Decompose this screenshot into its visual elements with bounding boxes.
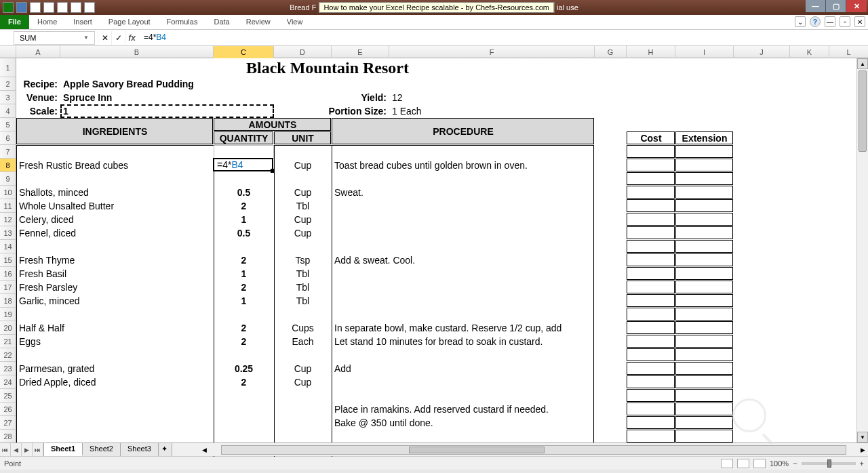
tab-insert[interactable]: Insert bbox=[65, 15, 100, 29]
ingredient-unit-8[interactable]: Cup bbox=[274, 159, 332, 172]
sheet-tab-3[interactable]: Sheet3 bbox=[121, 443, 159, 456]
ingredient-name-13[interactable]: Fennel, diced bbox=[16, 226, 214, 240]
horizontal-scrollbar[interactable]: ◀ ▶ bbox=[199, 443, 868, 456]
ingredient-unit-13[interactable]: Cup bbox=[274, 226, 332, 240]
fill-handle[interactable] bbox=[271, 169, 275, 173]
ingredient-qty-21[interactable]: 2 bbox=[214, 335, 274, 348]
ingredient-qty-12[interactable]: 1 bbox=[214, 213, 274, 226]
row-header-13[interactable]: 13 bbox=[0, 226, 16, 240]
minimize-ribbon-icon[interactable]: — bbox=[825, 16, 835, 27]
ingredient-name-18[interactable]: Garlic, minced bbox=[16, 294, 214, 308]
ingredient-qty-20[interactable]: 2 bbox=[214, 321, 274, 335]
tab-home[interactable]: Home bbox=[29, 15, 65, 29]
hscroll-right-button[interactable]: ▶ bbox=[857, 447, 868, 453]
row-header-24[interactable]: 24 bbox=[0, 375, 16, 389]
header-extension[interactable]: Extension bbox=[675, 131, 734, 145]
row-header-12[interactable]: 12 bbox=[0, 213, 16, 226]
ingredient-qty-15[interactable]: 2 bbox=[214, 253, 274, 267]
vertical-scrollbar[interactable]: ▲ ▼ bbox=[856, 58, 868, 443]
column-header-L[interactable]: L bbox=[829, 46, 868, 58]
column-header-I[interactable]: I bbox=[675, 46, 734, 58]
help-icon[interactable]: ? bbox=[810, 16, 821, 27]
zoom-level[interactable]: 100% bbox=[770, 459, 789, 468]
hscroll-track[interactable] bbox=[221, 445, 846, 455]
redo-icon[interactable] bbox=[43, 2, 54, 13]
file-tab[interactable]: File bbox=[0, 15, 29, 29]
name-box[interactable]: SUM ▼ bbox=[14, 31, 95, 45]
row-header-1[interactable]: 1 bbox=[0, 58, 16, 77]
row-header-18[interactable]: 18 bbox=[0, 294, 16, 308]
venue-label[interactable]: Venue: bbox=[16, 91, 60, 104]
zoom-out-button[interactable]: − bbox=[793, 459, 797, 468]
column-header-A[interactable]: A bbox=[16, 46, 60, 58]
header-amounts[interactable]: AMOUNTS bbox=[214, 118, 332, 131]
tab-formulas[interactable]: Formulas bbox=[159, 15, 206, 29]
ingredient-name-11[interactable]: Whole Unsalted Butter bbox=[16, 199, 214, 213]
column-header-B[interactable]: B bbox=[60, 46, 214, 58]
minimize-button[interactable]: — bbox=[806, 0, 826, 12]
header-unit[interactable]: UNIT bbox=[274, 131, 332, 145]
close-button[interactable]: ✕ bbox=[846, 0, 867, 12]
column-header-J[interactable]: J bbox=[734, 46, 790, 58]
tab-review[interactable]: Review bbox=[238, 15, 279, 29]
ingredient-qty-11[interactable]: 2 bbox=[214, 199, 274, 213]
ingredient-qty-23[interactable]: 0.25 bbox=[214, 362, 274, 375]
ingredient-name-23[interactable]: Parmesan, grated bbox=[16, 362, 214, 375]
select-all-corner[interactable] bbox=[0, 46, 16, 58]
cells-area[interactable]: Black Mountain ResortRecipe:Apple Savory… bbox=[16, 58, 856, 443]
normal-view-button[interactable] bbox=[721, 459, 733, 468]
fx-button[interactable]: fx bbox=[125, 31, 138, 45]
venue-value[interactable]: Spruce Inn bbox=[60, 91, 214, 104]
close-workbook-icon[interactable]: ✕ bbox=[854, 16, 865, 27]
procedure-23[interactable]: Add bbox=[332, 362, 595, 375]
sheet-nav-first[interactable]: ⏮ bbox=[0, 443, 11, 456]
hscroll-thumb[interactable] bbox=[409, 447, 545, 453]
scroll-down-button[interactable]: ▼ bbox=[857, 432, 868, 443]
undo-icon[interactable] bbox=[30, 2, 41, 13]
ingredient-qty-18[interactable]: 1 bbox=[214, 294, 274, 308]
tab-page-layout[interactable]: Page Layout bbox=[100, 15, 159, 29]
qat-icon-1[interactable] bbox=[57, 2, 68, 13]
procedure-26[interactable]: Place in ramakins. Add reserved custard … bbox=[332, 403, 595, 416]
row-header-9[interactable]: 9 bbox=[0, 172, 16, 186]
ingredient-unit-17[interactable]: Tbl bbox=[274, 281, 332, 294]
row-header-23[interactable]: 23 bbox=[0, 362, 16, 375]
row-header-17[interactable]: 17 bbox=[0, 281, 16, 294]
ingredient-unit-23[interactable]: Cup bbox=[274, 362, 332, 375]
portion-value[interactable]: 1 Each bbox=[389, 104, 595, 118]
sheet-nav-prev[interactable]: ◀ bbox=[11, 443, 22, 456]
sheet-nav-last[interactable]: ⏭ bbox=[33, 443, 43, 456]
ingredient-name-12[interactable]: Celery, diced bbox=[16, 213, 214, 226]
row-header-15[interactable]: 15 bbox=[0, 253, 16, 267]
ingredient-qty-10[interactable]: 0.5 bbox=[214, 186, 274, 199]
enter-formula-button[interactable]: ✓ bbox=[111, 31, 125, 45]
row-header-26[interactable]: 26 bbox=[0, 403, 16, 416]
ingredient-name-8[interactable]: Fresh Rustic Bread cubes bbox=[16, 159, 214, 172]
tab-view[interactable]: View bbox=[279, 15, 311, 29]
scale-value[interactable]: 1 bbox=[60, 104, 214, 118]
row-header-16[interactable]: 16 bbox=[0, 267, 16, 281]
column-header-C[interactable]: C bbox=[214, 46, 274, 58]
tab-data[interactable]: Data bbox=[205, 15, 237, 29]
ingredient-qty-24[interactable]: 2 bbox=[214, 375, 274, 389]
ingredient-name-10[interactable]: Shallots, minced bbox=[16, 186, 214, 199]
procedure-15[interactable]: Add & sweat. Cool. bbox=[332, 253, 595, 267]
vscroll-thumb[interactable] bbox=[859, 70, 867, 152]
header-cost[interactable]: Cost bbox=[627, 131, 675, 145]
active-cell-editor[interactable]: =4*B4 bbox=[213, 158, 273, 171]
column-header-K[interactable]: K bbox=[790, 46, 829, 58]
procedure-27[interactable]: Bake @ 350 until done. bbox=[332, 416, 595, 430]
recipe-label[interactable]: Recipe: bbox=[16, 77, 60, 91]
column-header-H[interactable]: H bbox=[627, 46, 675, 58]
ingredient-qty-16[interactable]: 1 bbox=[214, 267, 274, 281]
ingredient-unit-16[interactable]: Tbl bbox=[274, 267, 332, 281]
column-header-G[interactable]: G bbox=[595, 46, 627, 58]
row-header-11[interactable]: 11 bbox=[0, 199, 16, 213]
row-header-22[interactable]: 22 bbox=[0, 348, 16, 362]
procedure-21[interactable]: Let stand 10 minutes for bread to soak i… bbox=[332, 335, 595, 348]
row-header-28[interactable]: 28 bbox=[0, 430, 16, 443]
save-icon[interactable] bbox=[16, 2, 27, 13]
sheet-nav-next[interactable]: ▶ bbox=[22, 443, 33, 456]
yield-value[interactable]: 12 bbox=[389, 91, 595, 104]
ingredient-name-20[interactable]: Half & Half bbox=[16, 321, 214, 335]
